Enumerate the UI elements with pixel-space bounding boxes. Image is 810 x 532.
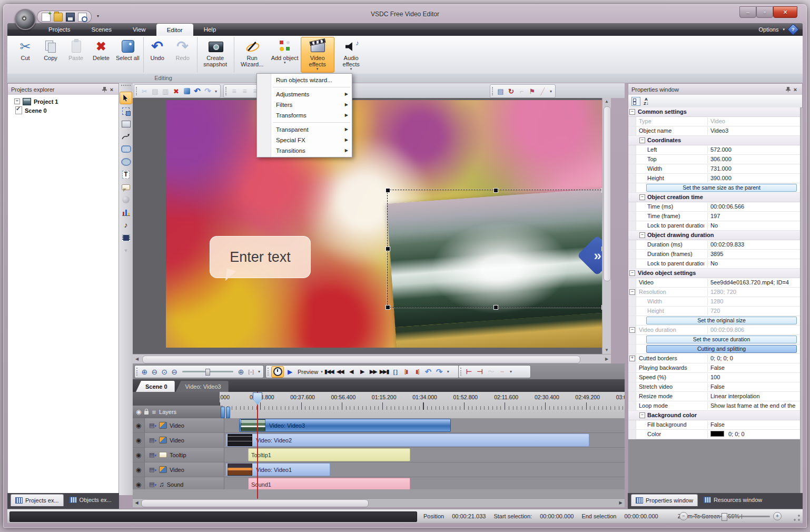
sphere-tool[interactable] [120, 194, 132, 205]
scroll-down-icon[interactable]: ▼ [602, 347, 611, 354]
toolbar-overflow-icon[interactable]: ▾ [550, 89, 552, 94]
sort-az-icon[interactable]: AZ [644, 97, 649, 105]
more-tools-icon[interactable] [120, 244, 132, 256]
left-dock-tab[interactable]: Objects ex... [65, 494, 116, 506]
slider-plus-icon[interactable] [236, 367, 245, 377]
ellipse-tool[interactable] [120, 156, 132, 168]
maximize-button[interactable]: ▫ [756, 6, 773, 18]
toolbar-overflow-icon[interactable]: ▾ [447, 369, 449, 374]
expander-icon[interactable]: − [639, 194, 645, 200]
chart-tool[interactable] [120, 206, 132, 218]
expander-icon[interactable]: − [639, 137, 645, 143]
fit-timeline-icon[interactable] [246, 367, 255, 377]
left-dock-tab[interactable]: Projects ex... [11, 494, 64, 506]
toolbar-grip[interactable] [121, 85, 131, 90]
expander-icon[interactable]: + [629, 356, 635, 361]
track-header[interactable]: Video [145, 433, 224, 447]
effects-menu-item[interactable]: Adjustments ▶ [257, 89, 352, 100]
property-row[interactable]: − Object drawing duration [628, 231, 800, 240]
go-to-end-icon[interactable]: ▶▶▮ [379, 367, 389, 377]
trim-start-icon[interactable] [464, 367, 474, 377]
menu-tab[interactable]: Projects [38, 23, 81, 36]
property-row[interactable]: Top 306.000 [628, 155, 800, 164]
property-value[interactable]: 100 [707, 373, 799, 381]
help-icon[interactable]: ? [787, 24, 799, 36]
paste-icon[interactable] [161, 86, 171, 96]
property-row[interactable]: − Coordinates [628, 136, 800, 145]
toolbar-overflow-icon[interactable]: ▾ [215, 89, 217, 94]
property-row[interactable]: Set the source duration [628, 335, 800, 344]
close-button[interactable]: ✕ [773, 6, 797, 18]
property-value[interactable]: 00:02:09.833 [707, 241, 799, 249]
marker-icon[interactable] [527, 86, 537, 96]
cut-icon[interactable] [140, 86, 150, 96]
ribbon-button[interactable]: Copy [38, 37, 63, 73]
property-row[interactable]: Lock to parent duration No [628, 221, 800, 231]
property-row[interactable]: − Resolution 1280; 720 [628, 288, 800, 297]
time-cursor-button[interactable] [271, 366, 284, 378]
selection-handle[interactable] [386, 247, 390, 251]
video-tool[interactable] [120, 232, 132, 243]
track-lane[interactable]: Video: Video2 [224, 433, 625, 447]
selection-start-markers[interactable] [221, 407, 230, 418]
categorized-view-icon[interactable] [631, 97, 640, 106]
split-icon[interactable] [486, 367, 496, 377]
ribbon-button[interactable]: Run Wizard... [234, 37, 269, 73]
slider-minus-icon[interactable] [170, 367, 179, 377]
track-lane[interactable]: Tooltip1 [224, 448, 625, 462]
property-row[interactable]: Video 5ee9dd4e0163.720.mp4; ID=4 [628, 278, 800, 288]
go-to-start-icon[interactable]: ▮◀◀ [324, 367, 334, 377]
scroll-right-icon[interactable]: ▶ [602, 354, 611, 364]
select-all-icon[interactable] [182, 86, 192, 96]
property-row[interactable]: Set the same size as the parent [628, 183, 800, 193]
property-value[interactable]: 00:02:09.806 [707, 326, 799, 334]
track-menu-icon[interactable] [149, 481, 156, 488]
property-value[interactable]: 572.000 [707, 146, 799, 154]
property-row[interactable]: − Common settings [628, 107, 800, 117]
previous-clip-icon[interactable]: ◀◀ [335, 367, 345, 377]
canvas-horizontal-scrollbar[interactable]: ◀ ▶ [133, 354, 611, 364]
scrollbar-thumb[interactable] [604, 106, 611, 281]
track-visibility-icon[interactable] [133, 462, 145, 477]
expander-icon[interactable]: − [639, 412, 645, 418]
scroll-up-icon[interactable]: ▲ [602, 98, 611, 105]
ribbon-button[interactable]: Redo [170, 37, 195, 73]
scroll-left-icon[interactable]: ◀ [133, 499, 141, 507]
track-visibility-icon[interactable] [133, 418, 145, 432]
rectangle-tool[interactable] [120, 143, 132, 155]
tooltip-tool[interactable] [120, 181, 132, 193]
zoom-slider-track[interactable] [691, 516, 770, 517]
property-value[interactable]: 00:00:06.566 [707, 203, 799, 211]
property-row[interactable]: − Object creation time [628, 193, 800, 202]
property-value[interactable]: 1280 [707, 298, 799, 306]
property-value[interactable]: No [707, 260, 799, 268]
property-value[interactable]: No [707, 222, 799, 230]
expander-icon[interactable]: − [629, 109, 635, 115]
ribbon-button[interactable]: Add object ▾ [269, 37, 301, 73]
track-header[interactable]: Video [145, 462, 224, 477]
toolbar-overflow-icon[interactable]: ▾ [510, 369, 512, 374]
ribbon-button[interactable]: Select all [114, 37, 142, 73]
step-back-icon[interactable]: ◀ [346, 367, 356, 377]
property-value[interactable]: Linear interpolation [707, 392, 799, 400]
trim-end-icon[interactable] [475, 367, 485, 377]
close-panel-icon[interactable]: × [792, 86, 799, 93]
menu-tab[interactable]: Help [193, 23, 227, 36]
property-row[interactable]: Width 731.000 [628, 164, 800, 174]
track-lane[interactable]: Video: Video3 [224, 418, 625, 432]
selection-range-icon[interactable] [390, 367, 400, 377]
zoom-out-icon[interactable] [150, 367, 159, 377]
track-menu-icon[interactable] [149, 422, 156, 429]
property-value[interactable]: False [707, 421, 799, 429]
property-row[interactable]: Fill background False [628, 420, 800, 430]
scrollbar-thumb[interactable] [142, 356, 580, 363]
property-row[interactable]: Color 0; 0; 0 [628, 430, 800, 439]
property-value[interactable]: Video3 [707, 127, 799, 135]
property-value[interactable]: 0; 0; 0 [707, 430, 799, 438]
property-row[interactable]: − Video duration 00:02:09.806 [628, 326, 800, 335]
property-row[interactable]: + Cutted borders 0; 0; 0; 0 [628, 354, 800, 363]
undo-icon[interactable] [192, 86, 202, 96]
align-left-icon[interactable] [229, 86, 239, 96]
play-icon[interactable] [285, 367, 295, 377]
timeline-zoom-slider[interactable] [182, 371, 234, 372]
